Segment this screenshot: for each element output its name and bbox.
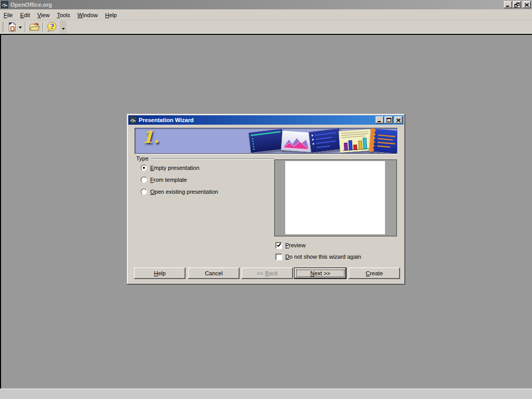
radio-label[interactable]: Empty presentation: [150, 165, 200, 171]
radio-button-icon[interactable]: [141, 165, 147, 171]
banner-slide-bullet-list-icon: [309, 128, 342, 153]
label-rest: ext >>: [314, 270, 330, 276]
menu-label-rest: iew: [41, 12, 50, 18]
menu-label-rest: dit: [24, 12, 30, 18]
minimize-icon[interactable]: [376, 116, 384, 124]
radio-from-template[interactable]: From template: [141, 176, 187, 183]
button-label: Create: [366, 270, 383, 276]
label-rest: rom template: [154, 177, 187, 183]
app-titlebar: OpenOffice.org: [0, 0, 532, 9]
cancel-button[interactable]: Cancel: [188, 268, 240, 279]
back-button: << Back: [242, 268, 293, 279]
menu-label-key: H: [105, 12, 109, 18]
banner-slide-notes-icon: [369, 128, 397, 154]
help-button[interactable]: ?: [46, 21, 58, 33]
help-button[interactable]: Help: [134, 268, 185, 279]
menu-label-key: W: [77, 12, 83, 18]
presentation-wizard-dialog: Presentation Wizard 1.: [127, 114, 405, 285]
openoffice-logo-icon: [1, 1, 8, 8]
menu-label-rest: ile: [7, 12, 13, 18]
banner-slide-title-icon: [248, 128, 285, 153]
menu-label-key: V: [37, 12, 41, 18]
dialog-window-controls: [375, 116, 403, 124]
svg-text:?: ?: [50, 23, 54, 31]
radio-label[interactable]: Open existing presentation: [150, 189, 218, 195]
toolbar-separator: [43, 22, 44, 32]
button-label: Cancel: [205, 270, 222, 276]
new-document-button[interactable]: [7, 21, 18, 33]
radio-button-icon[interactable]: [141, 177, 147, 183]
banner-slide-area-chart-icon: [281, 130, 313, 152]
menu-edit[interactable]: Edit: [17, 9, 34, 20]
radio-open-existing-presentation[interactable]: Open existing presentation: [141, 188, 218, 195]
restore-icon[interactable]: [513, 1, 521, 8]
menu-help[interactable]: Help: [101, 9, 121, 20]
dont-show-wizard-checkbox-row[interactable]: Do not show this wizard again: [275, 253, 361, 260]
label-key: N: [310, 270, 314, 276]
type-section-header: Type: [136, 155, 274, 162]
button-label: Help: [154, 270, 166, 276]
label-rest: Cancel: [205, 270, 222, 276]
dont-show-wizard-checkbox[interactable]: [275, 254, 282, 260]
openoffice-logo-icon: [129, 116, 137, 124]
app-title: OpenOffice.org: [10, 2, 52, 8]
menu-view[interactable]: View: [34, 9, 54, 20]
menu-label-key: F: [4, 12, 7, 18]
menu-label-rest: elp: [109, 12, 117, 18]
button-label: << Back: [257, 270, 277, 276]
label-rest: ack: [269, 270, 278, 276]
maximize-icon[interactable]: [384, 116, 393, 124]
dialog-titlebar[interactable]: Presentation Wizard: [128, 115, 404, 125]
toolbar-grip[interactable]: [2, 22, 4, 32]
toolbar-separator: [25, 22, 26, 32]
radio-label[interactable]: From template: [150, 177, 187, 183]
menu-window[interactable]: Window: [74, 9, 101, 20]
label-key: H: [154, 270, 158, 276]
checkbox-label[interactable]: Do not show this wizard again: [285, 254, 361, 260]
wizard-step-number: 1.: [142, 128, 159, 147]
radio-button-icon[interactable]: [141, 189, 147, 195]
help-icon: ?: [46, 21, 58, 33]
label-key: D: [285, 254, 289, 260]
toolbar: ?: [0, 20, 532, 34]
label-pre: <<: [257, 270, 265, 276]
label-rest: o not show this wizard again: [289, 254, 361, 260]
menu-label-rest: indow: [83, 12, 98, 18]
wizard-step-banner: 1.: [135, 128, 397, 154]
preview-checkbox[interactable]: [275, 242, 282, 249]
statusbar: [0, 389, 532, 399]
banner-slide-bar-chart-icon: [339, 129, 373, 153]
type-section-label: Type: [136, 155, 149, 162]
label-key: B: [265, 270, 269, 276]
toolbar-options-icon[interactable]: [60, 21, 66, 33]
menu-label-key: E: [20, 12, 24, 18]
menu-tools[interactable]: Tools: [53, 9, 74, 20]
label-key: O: [150, 189, 155, 195]
label-rest: pen existing presentation: [155, 189, 218, 195]
close-icon[interactable]: [394, 116, 403, 124]
open-document-button[interactable]: [28, 21, 41, 33]
new-document-dropdown-icon[interactable]: [19, 26, 22, 30]
label-rest: mpty presentation: [154, 165, 199, 171]
open-folder-icon: [29, 22, 40, 32]
label-rest: elp: [158, 270, 166, 276]
preview-pane: [274, 159, 397, 236]
checkmark-icon: [276, 243, 281, 247]
menu-file[interactable]: File: [0, 9, 17, 20]
create-button[interactable]: Create: [349, 268, 400, 279]
close-icon[interactable]: [523, 1, 531, 8]
radio-empty-presentation[interactable]: Empty presentation: [141, 164, 200, 171]
label-rest: reate: [370, 270, 383, 276]
menubar: File Edit View Tools Window Help: [0, 9, 532, 20]
dialog-title: Presentation Wizard: [139, 117, 194, 123]
label-key: F: [150, 177, 154, 183]
label-key: C: [366, 270, 370, 276]
button-label: Next >>: [310, 270, 330, 276]
next-button[interactable]: Next >>: [294, 268, 347, 279]
preview-slide: [285, 161, 385, 234]
app-window-controls: [503, 1, 531, 8]
checkbox-label[interactable]: Preview: [285, 242, 305, 248]
preview-checkbox-row[interactable]: Preview: [275, 242, 305, 249]
type-section-rule: [151, 158, 274, 159]
minimize-icon[interactable]: [504, 1, 512, 8]
